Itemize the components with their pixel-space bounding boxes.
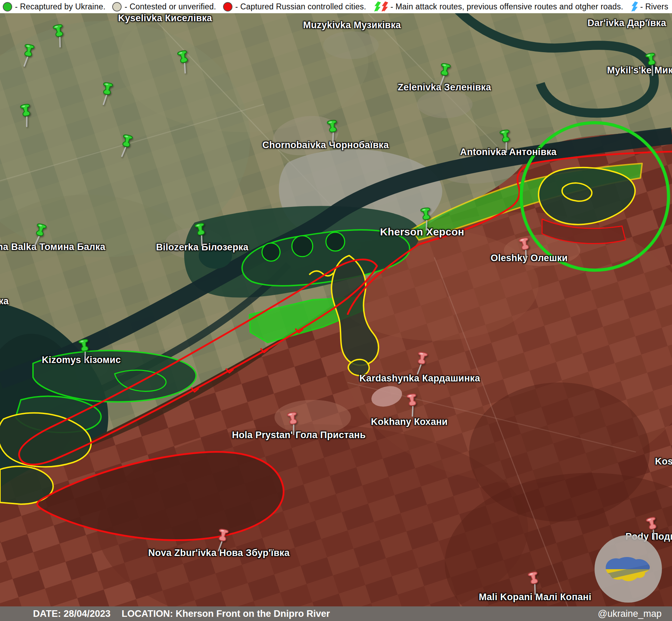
legend-label: - Rivers xyxy=(640,2,669,11)
legend-item-recaptured: - Recaptured by Ukraine. xyxy=(3,2,105,11)
legend-label: - Recaptured by Ukraine. xyxy=(15,2,105,11)
map-label-muzykivka: Muzykivka Музиківка xyxy=(303,20,401,31)
map-label-kost: Kost xyxy=(655,456,672,467)
map-location: LOCATION: Kherson Front on the Dnipro Ri… xyxy=(122,608,330,619)
legend-label: - Contested or unverified. xyxy=(124,2,216,11)
green-dot-icon xyxy=(3,2,12,11)
legend-item-captured: - Captured Russian controlled cities. xyxy=(223,2,366,11)
war-map-image[interactable]: - Recaptured by Ukraine. - Contested or … xyxy=(0,0,672,621)
legend-label: - Main attack routes, previous offensive… xyxy=(391,2,623,11)
map-label-darivka: Dar'ivka Дар'ївка xyxy=(588,18,666,29)
legend-item-attack-routes: - Main attack routes, previous offensive… xyxy=(373,1,623,13)
red-dot-icon xyxy=(223,2,232,11)
map-label-kyselivka: Kyselivka Киселівка xyxy=(118,13,212,24)
attack-routes-icon xyxy=(373,1,388,13)
river-arrow-icon xyxy=(630,1,638,13)
legend-label: - Captured Russian controlled cities. xyxy=(235,2,366,11)
ukraine-silhouette-icon xyxy=(604,553,653,584)
ukraine-map-logo xyxy=(595,535,662,603)
map-label-chornobaivka: Chornobaivka Чорнобаївка xyxy=(262,140,389,151)
map-label-tomina-balka: na Balka Томина Балка xyxy=(0,242,105,252)
legend-bar: - Recaptured by Ukraine. - Contested or … xyxy=(0,0,672,13)
map-date: DATE: 28/04/2023 xyxy=(33,608,110,619)
footer-bar: DATE: 28/04/2023 LOCATION: Kherson Front… xyxy=(0,606,672,621)
map-label-mykilske: Mykil's'ke Микі xyxy=(607,65,672,76)
author-handle: @ukraine_map xyxy=(598,608,662,619)
gray-dot-icon xyxy=(112,2,122,11)
map-label-left-fragment: ка xyxy=(0,296,9,307)
legend-item-rivers: - Rivers xyxy=(630,1,669,13)
legend-item-contested: - Contested or unverified. xyxy=(112,2,216,11)
